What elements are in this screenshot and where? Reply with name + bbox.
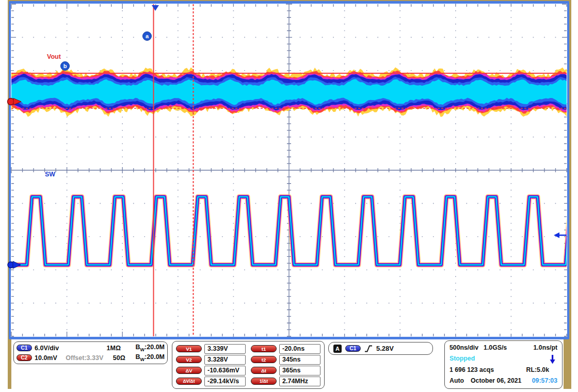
trigger-mode-a-badge: A — [333, 345, 342, 353]
date-display: October 06, 2021 — [471, 377, 521, 384]
measurement-value-ΔV: -10.636mV — [204, 366, 246, 375]
trigger-level-value: 5.28V — [376, 345, 394, 352]
measurement-value-t2: 345ns — [279, 355, 320, 365]
c1-scale[interactable]: 6.0V/div — [35, 345, 67, 352]
channel-c1-badge[interactable]: C1 — [17, 345, 32, 351]
record-length: RL:5.0k — [526, 366, 549, 373]
c1-impedance: 1MΩ — [99, 345, 121, 352]
channel-2-row: C2 10.0mV Offset:3.33V 50Ω BW:20.0M — [17, 353, 165, 363]
measurement-badge-ΔV/Δt[interactable]: ΔV/Δt — [176, 378, 202, 385]
measurement-value-t1: -20.0ns — [279, 344, 320, 354]
time-cursor-column: t1-20.0nst2345nsΔt365ns1/Δt2.74MHz — [251, 344, 320, 386]
c2-impedance: 50Ω — [106, 354, 125, 362]
channel-c2-badge[interactable]: C2 — [17, 354, 32, 361]
vout-waveform-label: Vout — [47, 53, 61, 60]
c2-offset: Offset:3.33V — [66, 354, 103, 362]
trigger-panel[interactable]: A C1 5.28V — [328, 342, 433, 355]
voltage-cursor-column: V13.339VV23.328VΔV-10.636mVΔV/Δt-29.14kV… — [176, 344, 246, 386]
measurement-badge-t2[interactable]: t2 — [251, 356, 277, 363]
measurement-row: ΔV-10.636mV — [176, 366, 246, 375]
datetime-row: Auto October 06, 2021 09:57:03 — [445, 375, 562, 387]
c1-bandwidth: BW:20.0M — [123, 344, 165, 352]
c2-scale[interactable]: 10.0mV — [35, 354, 63, 362]
measurement-row: t1-20.0ns — [251, 344, 320, 353]
measurement-row: V13.339V — [176, 344, 246, 353]
waveform-display: ab — [0, 0, 578, 392]
time-display: 09:57:03 — [532, 377, 557, 384]
resolution: 1.0ns/pt — [534, 344, 557, 351]
measurement-value-V1: 3.339V — [204, 344, 246, 354]
c2-bandwidth: BW:20.0M — [128, 353, 165, 362]
sample-rate: 1.0GS/s — [484, 344, 507, 351]
trigger-mode: Auto — [449, 377, 464, 384]
cursor-b-marker-label: b — [63, 63, 67, 69]
horizontal-acquisition-panel[interactable]: 500ns/div 1.0GS/s 1.0ns/pt Stopped 1 696… — [444, 340, 563, 389]
down-arrow-icon — [549, 354, 556, 365]
measurement-value-V2: 3.328V — [204, 355, 246, 365]
acquisition-count: 1 696 123 acqs — [449, 366, 494, 373]
channel-settings-panel: C1 6.0V/div 1MΩ BW:20.0M C2 10.0mV Offse… — [13, 341, 168, 364]
cursor-measurements-panel: V13.339VV23.328VΔV-10.636mVΔV/Δt-29.14kV… — [172, 341, 325, 389]
measurement-value-1/Δt: 2.74MHz — [279, 377, 320, 386]
rising-edge-slope-icon — [364, 344, 373, 353]
horizontal-scale: 500ns/div — [449, 344, 478, 351]
measurement-badge-V1[interactable]: V1 — [176, 345, 202, 352]
measurement-badge-t1[interactable]: t1 — [251, 345, 277, 352]
acquisition-status: Stopped — [449, 355, 475, 362]
measurement-row: 1/Δt2.74MHz — [251, 377, 320, 386]
measurement-badge-ΔV[interactable]: ΔV — [176, 367, 202, 374]
measurement-row: t2345ns — [251, 355, 320, 364]
sw-waveform-label: SW — [45, 171, 55, 178]
measurement-value-Δt: 365ns — [279, 366, 320, 375]
channel-1-row: C1 6.0V/div 1MΩ BW:20.0M — [17, 343, 165, 353]
measurement-badge-Δt[interactable]: Δt — [251, 367, 277, 374]
acquisition-status-row: Stopped — [445, 353, 562, 365]
measurement-value-ΔV/Δt: -29.14kV/s — [204, 377, 246, 386]
measurement-row: ΔV/Δt-29.14kV/s — [176, 377, 246, 386]
measurement-row: Δt365ns — [251, 366, 320, 375]
oscilloscope-screen: ab Vout SW C1 6.0V/div 1MΩ BW:20.0M C2 1… — [0, 0, 578, 392]
measurement-row: V23.328V — [176, 355, 246, 364]
trigger-source-c1-badge[interactable]: C1 — [345, 345, 361, 352]
measurement-badge-1/Δt[interactable]: 1/Δt — [251, 378, 277, 385]
cursor-a-marker-label: a — [146, 33, 149, 39]
timebase-row: 500ns/div 1.0GS/s 1.0ns/pt — [445, 342, 562, 353]
measurement-badge-V2[interactable]: V2 — [176, 356, 202, 363]
acquisitions-row: 1 696 123 acqs RL:5.0k — [445, 364, 562, 375]
